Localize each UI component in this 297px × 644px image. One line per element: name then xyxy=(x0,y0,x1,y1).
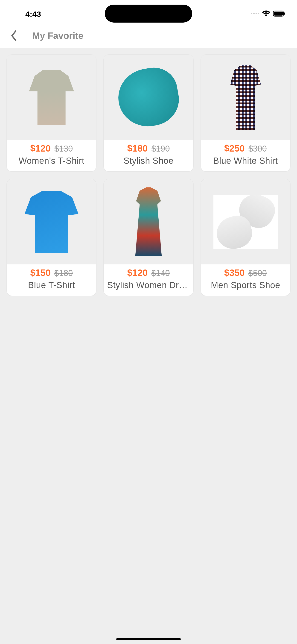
price-current: $180 xyxy=(127,143,148,154)
price-original: $140 xyxy=(151,268,170,278)
page-title: My Favorite xyxy=(32,31,83,41)
status-time: 4:43 xyxy=(25,10,41,19)
product-image xyxy=(201,55,290,140)
shoe-icon xyxy=(114,64,183,131)
chevron-left-icon xyxy=(10,30,17,41)
price-current: $350 xyxy=(224,268,245,278)
product-card[interactable]: $180 $190 Stylish Shoe xyxy=(103,54,194,172)
price-original: $500 xyxy=(248,268,267,278)
status-indicators xyxy=(251,10,286,17)
product-card[interactable]: $120 $140 Stylish Women Dress xyxy=(103,179,194,296)
dress-icon xyxy=(126,187,170,256)
back-button[interactable] xyxy=(7,29,21,42)
cell-signal-icon xyxy=(251,13,259,14)
price-current: $150 xyxy=(30,268,51,278)
shirt-icon xyxy=(223,65,268,130)
product-name: Women's T-Shirt xyxy=(7,155,96,171)
product-image xyxy=(7,179,96,264)
product-image xyxy=(104,55,193,140)
product-grid: $120 $130 Women's T-Shirt $180 $190 Styl… xyxy=(6,54,290,296)
price-row: $350 $500 xyxy=(201,264,290,280)
price-original: $130 xyxy=(54,144,73,154)
app-header: My Favorite xyxy=(0,23,297,48)
product-card[interactable]: $350 $500 Men Sports Shoe xyxy=(200,179,290,296)
home-indicator[interactable] xyxy=(116,638,181,640)
sneaker-icon xyxy=(214,195,278,248)
wifi-icon xyxy=(262,10,270,17)
price-original: $190 xyxy=(151,144,170,154)
product-image xyxy=(201,179,290,264)
price-row: $150 $180 xyxy=(7,264,96,280)
product-card[interactable]: $250 $300 Blue White Shirt xyxy=(200,54,290,172)
product-card[interactable]: $120 $130 Women's T-Shirt xyxy=(6,54,96,172)
product-image xyxy=(7,55,96,140)
product-image xyxy=(104,179,193,264)
status-bar: 4:43 xyxy=(0,0,297,23)
price-current: $250 xyxy=(224,143,245,154)
svg-rect-1 xyxy=(274,12,283,16)
price-row: $120 $130 xyxy=(7,140,96,155)
price-current: $120 xyxy=(30,143,51,154)
product-name: Blue White Shirt xyxy=(201,155,290,171)
product-name: Stylish Shoe xyxy=(104,155,193,171)
price-original: $180 xyxy=(54,268,73,278)
dynamic-island xyxy=(105,4,192,22)
product-name: Blue T-Shirt xyxy=(7,280,96,296)
tshirt-icon xyxy=(24,67,80,128)
price-row: $250 $300 xyxy=(201,140,290,155)
product-card[interactable]: $150 $180 Blue T-Shirt xyxy=(6,179,96,296)
product-name: Men Sports Shoe xyxy=(201,280,290,296)
battery-icon xyxy=(273,10,286,17)
price-current: $120 xyxy=(127,268,148,278)
price-original: $300 xyxy=(248,144,267,154)
polo-icon xyxy=(19,189,84,254)
product-name: Stylish Women Dress xyxy=(104,280,193,296)
price-row: $180 $190 xyxy=(104,140,193,155)
content-area: $120 $130 Women's T-Shirt $180 $190 Styl… xyxy=(0,48,297,644)
price-row: $120 $140 xyxy=(104,264,193,280)
svg-rect-2 xyxy=(284,12,285,15)
